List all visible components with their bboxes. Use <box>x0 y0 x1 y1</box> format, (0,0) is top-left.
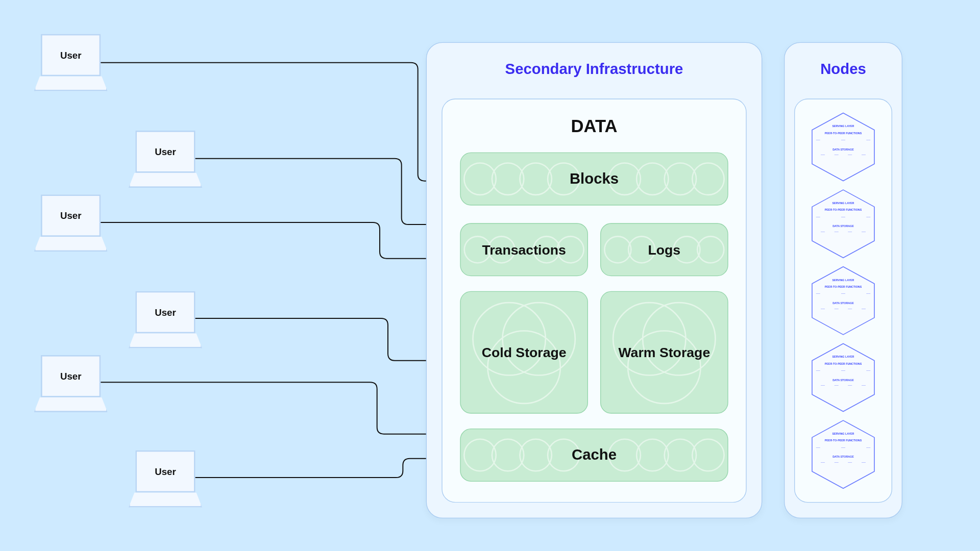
user-laptop: User <box>129 450 202 512</box>
svg-point-7 <box>692 163 724 194</box>
nodes-title: Nodes <box>785 61 901 79</box>
svg-marker-32 <box>812 267 874 335</box>
logs-label: Logs <box>643 241 686 258</box>
user-laptop: User <box>34 34 108 95</box>
laptop-base <box>34 76 108 91</box>
hex-storage: DATA STORAGE <box>815 148 872 152</box>
svg-point-18 <box>487 331 560 403</box>
data-title: DATA <box>443 116 746 137</box>
svg-marker-30 <box>812 113 874 181</box>
laptop-base <box>129 492 202 507</box>
laptop-base <box>129 333 202 348</box>
hex-p2p: PEER-TO-PEER FUNCTIONS <box>815 132 872 135</box>
cold-storage-label: Cold Storage <box>476 344 572 361</box>
laptop-base <box>34 237 108 252</box>
data-container: DATA Blocks Transactions <box>442 98 746 503</box>
svg-point-6 <box>665 163 696 194</box>
svg-marker-31 <box>812 190 874 258</box>
cold-storage-box: Cold Storage <box>460 291 588 414</box>
transactions-box: Transactions <box>460 223 588 276</box>
svg-point-12 <box>604 236 631 263</box>
user-laptop: User <box>34 194 108 256</box>
secondary-title: Secondary Infrastructure <box>427 61 762 79</box>
node-hexagon: SERVING LAYER PEER-TO-PEER FUNCTIONS ———… <box>808 265 879 336</box>
cache-label: Cache <box>566 446 622 465</box>
svg-point-28 <box>665 439 696 471</box>
nodes-panel: Nodes SERVING LAYER PEER-TO-PEER FUNCTIO… <box>784 42 902 518</box>
user-laptop: User <box>34 355 108 416</box>
svg-point-5 <box>636 163 668 194</box>
svg-point-1 <box>492 163 524 194</box>
svg-point-27 <box>636 439 668 471</box>
node-hexagon: SERVING LAYER PEER-TO-PEER FUNCTIONS ———… <box>808 342 879 413</box>
svg-marker-33 <box>812 343 874 411</box>
user-label: User <box>135 450 195 493</box>
hex-micro: —————— <box>816 139 871 142</box>
svg-point-23 <box>492 439 524 471</box>
nodes-list: SERVING LAYER PEER-TO-PEER FUNCTIONS ———… <box>794 98 892 503</box>
svg-point-16 <box>473 303 545 375</box>
transactions-label: Transactions <box>477 241 572 258</box>
cache-box: Cache <box>460 429 728 482</box>
laptop-base <box>34 397 108 412</box>
user-label: User <box>135 291 195 334</box>
svg-point-15 <box>697 236 724 263</box>
hex-micro: ———————— <box>816 154 871 157</box>
svg-point-0 <box>464 163 496 194</box>
user-label: User <box>41 34 101 77</box>
logs-box: Logs <box>600 223 728 276</box>
svg-point-20 <box>643 303 715 375</box>
user-label: User <box>135 131 195 173</box>
svg-point-17 <box>502 303 575 375</box>
warm-storage-box: Warm Storage <box>600 291 728 414</box>
user-laptop: User <box>129 291 202 353</box>
svg-point-24 <box>520 439 551 471</box>
blocks-label: Blocks <box>564 169 624 188</box>
svg-point-21 <box>628 331 700 403</box>
secondary-infrastructure-panel: Secondary Infrastructure DATA Blocks <box>426 42 763 518</box>
user-label: User <box>41 194 101 237</box>
node-hexagon: SERVING LAYER PEER-TO-PEER FUNCTIONS ———… <box>808 189 879 260</box>
svg-point-29 <box>692 439 724 471</box>
svg-point-19 <box>613 303 685 375</box>
hex-serving: SERVING LAYER <box>815 126 872 129</box>
svg-point-22 <box>464 439 496 471</box>
svg-marker-34 <box>812 420 874 488</box>
blocks-box: Blocks <box>460 153 728 206</box>
node-hexagon: SERVING LAYER PEER-TO-PEER FUNCTIONS ———… <box>808 112 879 183</box>
user-label: User <box>41 355 101 397</box>
user-laptop: User <box>129 131 202 192</box>
warm-storage-label: Warm Storage <box>613 344 716 361</box>
svg-point-2 <box>520 163 551 194</box>
laptop-base <box>129 173 202 188</box>
node-hexagon: SERVING LAYER PEER-TO-PEER FUNCTIONS ———… <box>808 419 879 490</box>
